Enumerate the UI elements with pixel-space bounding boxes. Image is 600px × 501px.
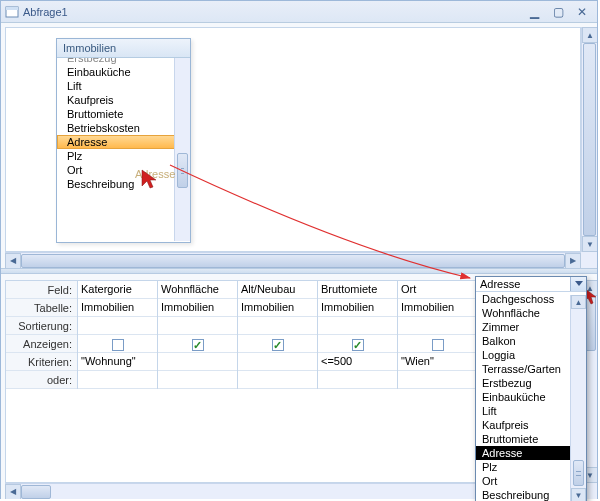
- grid-cell[interactable]: [78, 335, 157, 353]
- field-item[interactable]: Adresse: [57, 135, 190, 149]
- dropdown-option[interactable]: Einbauküche: [476, 390, 570, 404]
- show-checkbox[interactable]: [352, 339, 364, 351]
- grid-cell[interactable]: [398, 317, 477, 335]
- grid-cell[interactable]: Immobilien: [398, 299, 477, 317]
- grid-cell[interactable]: [318, 335, 397, 353]
- maximize-button[interactable]: ▢: [547, 4, 569, 20]
- dropdown-value-cell[interactable]: Adresse: [476, 277, 586, 292]
- label-show: Anzeigen:: [6, 335, 77, 353]
- close-button[interactable]: ✕: [571, 4, 593, 20]
- scroll-right-button[interactable]: ▶: [565, 253, 581, 269]
- grid-column: BruttomieteImmobilien<=500: [318, 281, 398, 389]
- dropdown-option[interactable]: Ort: [476, 474, 570, 488]
- grid-columns: KatergorieImmobilien"Wohnung"WohnflächeI…: [78, 281, 478, 389]
- field-item[interactable]: Einbauküche: [57, 65, 190, 79]
- grid-cell[interactable]: "Wohnung": [78, 353, 157, 371]
- dropdown-option[interactable]: Loggia: [476, 348, 570, 362]
- fieldlist-scrollbar[interactable]: [174, 58, 190, 241]
- field-dropdown[interactable]: Adresse DachgeschossWohnflächeZimmerBalk…: [475, 276, 587, 501]
- grid-cell[interactable]: [398, 335, 477, 353]
- grid-cell[interactable]: [318, 371, 397, 389]
- dropdown-option[interactable]: Zimmer: [476, 320, 570, 334]
- field-item[interactable]: Betriebskosten: [57, 121, 190, 135]
- show-checkbox[interactable]: [432, 339, 444, 351]
- grid-cell[interactable]: <=500: [318, 353, 397, 371]
- dropdown-button[interactable]: [570, 277, 586, 291]
- grid-cell[interactable]: [318, 317, 397, 335]
- field-item[interactable]: Ort: [57, 163, 190, 177]
- row-labels: Feld: Tabelle: Sortierung: Anzeigen: Kri…: [6, 281, 78, 389]
- titlebar[interactable]: Abfrage1 ▁ ▢ ✕: [1, 1, 597, 23]
- field-item[interactable]: Bruttomiete: [57, 107, 190, 121]
- grid-cell[interactable]: Immobilien: [158, 299, 237, 317]
- field-items: ErstbezugEinbaukücheLiftKaufpreisBruttom…: [57, 58, 190, 192]
- minimize-button[interactable]: ▁: [523, 4, 545, 20]
- field-item[interactable]: Plz: [57, 149, 190, 163]
- grid-column: KatergorieImmobilien"Wohnung": [78, 281, 158, 389]
- grid-cell[interactable]: [78, 317, 157, 335]
- chevron-down-icon: [575, 281, 583, 287]
- dropdown-scrollbar[interactable]: ▲ ▼: [570, 295, 586, 501]
- dropdown-option[interactable]: Balkon: [476, 334, 570, 348]
- dropdown-option[interactable]: Kaufpreis: [476, 418, 570, 432]
- grid-cell[interactable]: [238, 335, 317, 353]
- label-criteria: Kriterien:: [6, 353, 77, 371]
- grid-cell[interactable]: Immobilien: [78, 299, 157, 317]
- scroll-thumb[interactable]: [583, 43, 596, 236]
- grid-cell[interactable]: Immobilien: [318, 299, 397, 317]
- table-fieldlist[interactable]: Immobilien ErstbezugEinbaukücheLiftKaufp…: [56, 38, 191, 243]
- dropdown-option[interactable]: Lift: [476, 404, 570, 418]
- grid-cell[interactable]: Immobilien: [238, 299, 317, 317]
- dropdown-option[interactable]: Terrasse/Garten: [476, 362, 570, 376]
- table-title[interactable]: Immobilien: [57, 39, 190, 58]
- grid-cell[interactable]: [158, 371, 237, 389]
- grid-cell[interactable]: Alt/Neubau: [238, 281, 317, 299]
- show-checkbox[interactable]: [272, 339, 284, 351]
- upper-hscroll[interactable]: ◀ ▶: [5, 252, 581, 268]
- label-table: Tabelle:: [6, 299, 77, 317]
- scroll-down-button[interactable]: ▼: [582, 236, 597, 252]
- grid-cell[interactable]: Wohnfläche: [158, 281, 237, 299]
- scroll-thumb[interactable]: [21, 485, 51, 499]
- show-checkbox[interactable]: [112, 339, 124, 351]
- scroll-up-button[interactable]: ▲: [582, 27, 597, 43]
- field-item[interactable]: Erstbezug: [57, 58, 190, 65]
- scroll-up-button[interactable]: ▲: [571, 295, 586, 309]
- dropdown-option[interactable]: Erstbezug: [476, 376, 570, 390]
- field-item[interactable]: Beschreibung: [57, 177, 190, 191]
- grid-column: OrtImmobilien"Wien": [398, 281, 478, 389]
- dropdown-option[interactable]: Wohnfläche: [476, 306, 570, 320]
- scroll-thumb[interactable]: [21, 254, 565, 268]
- dropdown-option[interactable]: Adresse: [476, 446, 570, 460]
- annotation-cursor-source: [140, 168, 160, 192]
- grid-cell[interactable]: [398, 371, 477, 389]
- grid-cell[interactable]: [238, 371, 317, 389]
- grid-cell[interactable]: [78, 371, 157, 389]
- label-sort: Sortierung:: [6, 317, 77, 335]
- grid-cell[interactable]: Bruttomiete: [318, 281, 397, 299]
- grid-cell[interactable]: [238, 317, 317, 335]
- grid-cell[interactable]: [158, 353, 237, 371]
- grid-cell[interactable]: Ort: [398, 281, 477, 299]
- dropdown-option[interactable]: Bruttomiete: [476, 432, 570, 446]
- svg-rect-1: [6, 7, 18, 10]
- upper-vscroll[interactable]: ▲ ▼: [581, 27, 597, 252]
- grid-cell[interactable]: "Wien": [398, 353, 477, 371]
- window-icon: [5, 5, 19, 19]
- tables-canvas[interactable]: Immobilien ErstbezugEinbaukücheLiftKaufp…: [5, 27, 581, 252]
- scrollbar-thumb[interactable]: [177, 153, 188, 188]
- show-checkbox[interactable]: [192, 339, 204, 351]
- dropdown-option[interactable]: Beschreibung: [476, 488, 570, 501]
- scroll-down-button[interactable]: ▼: [571, 488, 586, 501]
- grid-cell[interactable]: [158, 317, 237, 335]
- field-item[interactable]: Kaufpreis: [57, 93, 190, 107]
- scroll-thumb[interactable]: [573, 460, 584, 486]
- scroll-left-button[interactable]: ◀: [5, 253, 21, 269]
- field-item[interactable]: Lift: [57, 79, 190, 93]
- scroll-left-button[interactable]: ◀: [5, 484, 21, 500]
- dropdown-option[interactable]: Dachgeschoss: [476, 292, 570, 306]
- dropdown-option[interactable]: Plz: [476, 460, 570, 474]
- grid-cell[interactable]: [158, 335, 237, 353]
- grid-cell[interactable]: [238, 353, 317, 371]
- grid-cell[interactable]: Katergorie: [78, 281, 157, 299]
